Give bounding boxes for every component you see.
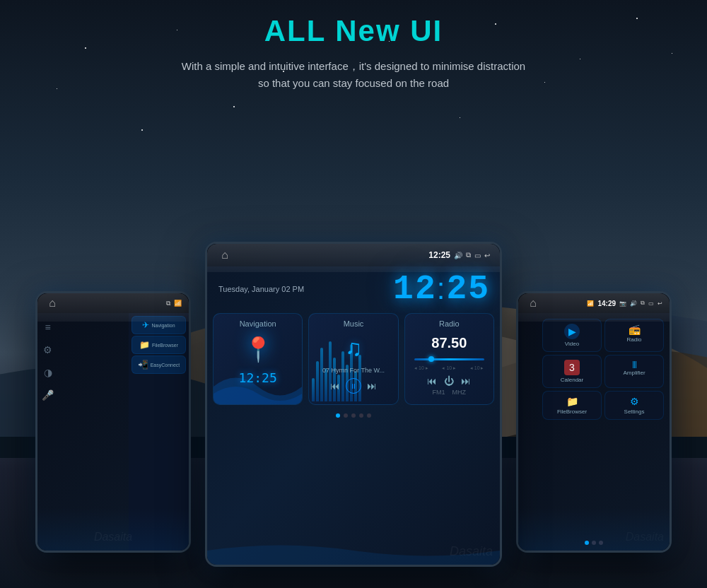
dot-1: [336, 413, 340, 418]
center-watermark: Dasaita: [450, 544, 493, 559]
device-left: ⌂ ⧉ 📶 ≡ ⚙ ◑ 🎤 ✈: [35, 291, 191, 553]
radio-controls: ⏮ ⏻ ⏭: [427, 375, 471, 387]
amplifier-label: Amplifier: [623, 370, 645, 376]
right-status-clock: 14:29: [597, 300, 616, 307]
devices-container: ⌂ ⧉ 📶 ≡ ⚙ ◑ 🎤 ✈: [0, 206, 707, 574]
nav-card-time: 12:25: [239, 370, 277, 385]
page-dots-indicator: [207, 409, 500, 422]
device-center: ⌂ 12:25 🔊 ⧉ ▭ ↩ Tuesday, January 02 PM 1…: [205, 242, 502, 567]
radio-card[interactable]: Radio 87.50 ◂ 10 ▸ ◂ 10 ▸ ◂ 10 ▸: [404, 313, 494, 405]
grid-radio[interactable]: 📻 Radio: [604, 319, 664, 352]
right-back-icon: ↩: [658, 300, 662, 307]
radio-band-labels: FM1 MHZ: [433, 389, 467, 396]
easyconnect-menu-label: EasyConnect: [151, 363, 180, 368]
mic-icon: 🎤: [42, 389, 54, 401]
radio-grid-label: Radio: [627, 336, 642, 343]
wave-decoration: [37, 508, 189, 551]
right-wifi-icon: 📶: [587, 300, 594, 307]
clock-colon: :: [437, 274, 445, 304]
clock-min2: 5: [468, 272, 489, 306]
left-watermark: Dasaita: [94, 531, 132, 543]
right-app-grid: ▶ Video 📻 Radio 3 Calendar ||| Amplifier: [539, 316, 667, 423]
music-card-title: Music: [344, 319, 364, 328]
music-card[interactable]: Music: [308, 313, 398, 405]
device-left-screen: ⌂ ⧉ 📶 ≡ ⚙ ◑ 🎤 ✈: [37, 293, 189, 551]
navigation-menu-icon: ✈: [142, 320, 149, 330]
radio-label-2: ◂ 10 ▸: [442, 365, 456, 371]
menu-item-easyconnect[interactable]: 📲 EasyConnect: [132, 355, 186, 374]
widget-cards-row: Navigation 📍 12:25 Music: [207, 309, 500, 409]
easyconnect-menu-icon: 📲: [138, 360, 148, 370]
video-label: Video: [565, 341, 579, 347]
filebrowser-menu-icon: 📁: [139, 340, 150, 350]
dot-4: [359, 413, 363, 418]
device-center-screen: ⌂ 12:25 🔊 ⧉ ▭ ↩ Tuesday, January 02 PM 1…: [207, 244, 500, 565]
radio-label-3: ◂ 10 ▸: [470, 365, 484, 371]
grid-amplifier[interactable]: ||| Amplifier: [604, 355, 664, 388]
filebrowser-grid-label: FileBrowser: [557, 408, 587, 415]
home-icon[interactable]: ⌂: [45, 295, 60, 311]
radio-band-fm: FM1: [433, 389, 445, 396]
grid-calendar[interactable]: 3 Calendar: [542, 355, 602, 388]
page-subtitle: With a simple and intuitive interface，it…: [0, 58, 707, 92]
song-title-label: 07 Hymn For The W...: [322, 367, 385, 374]
center-home-icon[interactable]: ⌂: [217, 247, 233, 263]
grid-settings[interactable]: ⚙ Settings: [604, 391, 664, 420]
window-icon: ▭: [474, 252, 481, 259]
radio-frequency: 87.50: [431, 335, 467, 351]
page-header: ALL New UI With a simple and intuitive i…: [0, 14, 707, 92]
device-center-frame: ⌂ 12:25 🔊 ⧉ ▭ ↩ Tuesday, January 02 PM 1…: [205, 242, 502, 567]
radio-prev-button[interactable]: ⏮: [427, 375, 437, 387]
calendar-icon: 3: [564, 360, 580, 375]
date-display: Tuesday, January 02 PM: [218, 285, 304, 293]
grid-filebrowser[interactable]: 📁 FileBrowser: [542, 391, 602, 420]
video-icon: ▶: [564, 324, 580, 339]
radio-next-button[interactable]: ⏭: [461, 375, 471, 387]
calendar-label: Calendar: [561, 377, 583, 383]
center-status-clock: 12:25: [428, 250, 450, 260]
dot-5: [367, 413, 371, 418]
right-ss-icon: ⧉: [641, 300, 645, 307]
navigation-card[interactable]: Navigation 📍 12:25: [213, 313, 303, 405]
screenshot-icon: ⧉: [466, 251, 471, 259]
prev-button[interactable]: ⏮: [330, 380, 340, 392]
play-button[interactable]: ⏸: [346, 378, 361, 394]
right-home-icon[interactable]: ⌂: [525, 295, 541, 311]
grid-video[interactable]: ▶ Video: [542, 319, 602, 352]
right-wave-bottom: [518, 508, 670, 551]
center-status-bar: ⌂ 12:25 🔊 ⧉ ▭ ↩: [207, 244, 500, 266]
radio-slider-area: ◂ 10 ▸ ◂ 10 ▸ ◂ 10 ▸: [414, 355, 484, 371]
right-vol-icon: 🔊: [630, 300, 637, 307]
settings-grid-icon: ⚙: [630, 396, 639, 407]
left-sidebar-icons: ≡ ⚙ ◑ 🎤: [42, 322, 54, 401]
clock-area: Tuesday, January 02 PM 1 2 : 2 5: [207, 266, 500, 309]
clock-min1: 2: [446, 272, 467, 306]
music-controls: ⏮ ⏸ ⏭: [330, 378, 377, 394]
next-button[interactable]: ⏭: [367, 380, 377, 392]
menu-item-filebrowser[interactable]: 📁 FileBrowser: [132, 336, 186, 354]
radio-power-button[interactable]: ⏻: [444, 375, 454, 387]
radio-card-title: Radio: [439, 319, 460, 328]
wifi-icon: 📶: [174, 300, 182, 307]
volume-icon: 🔊: [454, 252, 462, 259]
menu-item-navigation[interactable]: ✈ Navigation: [132, 316, 186, 334]
amplifier-icon: |||: [632, 360, 636, 368]
nav-card-title: Navigation: [240, 319, 276, 328]
dot-3: [351, 413, 356, 418]
radio-freq-slider: [414, 358, 484, 360]
right-camera-icon: 📷: [619, 300, 626, 307]
radio-band-mhz: MHZ: [452, 389, 467, 396]
clock-hour1: 1: [393, 272, 414, 306]
navigation-menu-label: Navigation: [151, 323, 175, 328]
device-right: ⌂ 📶 14:29 📷 🔊 ⧉ ▭ ↩ ▶: [516, 291, 672, 553]
radio-label-1: ◂ 10 ▸: [414, 365, 428, 371]
dot-2: [344, 413, 348, 418]
big-digital-clock: 1 2 : 2 5: [393, 272, 489, 306]
radio-grid-icon: 📻: [629, 324, 641, 335]
nav-pin-icon: 📍: [243, 335, 273, 363]
contrast-icon: ◑: [44, 367, 52, 378]
device-right-frame: ⌂ 📶 14:29 📷 🔊 ⧉ ▭ ↩ ▶: [516, 291, 672, 553]
copy-icon: ⧉: [166, 300, 170, 307]
page-title: ALL New UI: [0, 14, 707, 48]
settings-grid-label: Settings: [624, 408, 645, 415]
